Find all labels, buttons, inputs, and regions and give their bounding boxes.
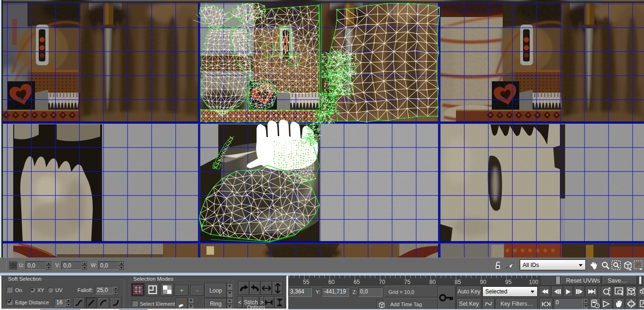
svg-text:80: 80 <box>429 279 436 285</box>
svg-text:60: 60 <box>328 279 335 285</box>
svg-text:55: 55 <box>303 279 309 285</box>
svg-text:70: 70 <box>379 279 386 285</box>
svg-text:100: 100 <box>529 279 538 285</box>
svg-text:95: 95 <box>505 279 512 285</box>
svg-text:85: 85 <box>455 279 461 285</box>
svg-text:75: 75 <box>404 279 411 285</box>
svg-text:65: 65 <box>353 279 360 285</box>
svg-text:90: 90 <box>480 279 487 285</box>
